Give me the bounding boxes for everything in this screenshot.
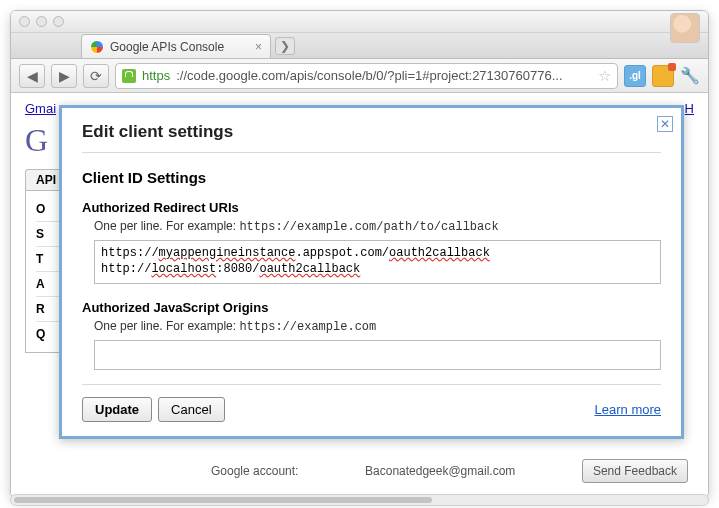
- modal-overlay: ✕ Edit client settings Client ID Setting…: [11, 93, 708, 497]
- url-scheme: https: [142, 68, 170, 83]
- google-favicon-icon: [90, 40, 104, 54]
- redirect-uris-textarea[interactable]: https://myappengineinstance.appspot.com/…: [94, 240, 661, 284]
- reload-button[interactable]: ⟳: [83, 64, 109, 88]
- zoom-window-button[interactable]: [53, 16, 64, 27]
- page-viewport: Gmai H G API O S T A R Q Google account:…: [11, 93, 708, 497]
- edit-client-settings-dialog: ✕ Edit client settings Client ID Setting…: [59, 105, 684, 439]
- dialog-title: Edit client settings: [82, 122, 661, 152]
- forward-button[interactable]: ▶: [51, 64, 77, 88]
- wrench-menu-icon[interactable]: 🔧: [680, 66, 700, 85]
- new-tab-button[interactable]: ❯: [275, 37, 295, 55]
- minimize-window-button[interactable]: [36, 16, 47, 27]
- dialog-actions: Update Cancel Learn more: [82, 384, 661, 422]
- window-titlebar: [11, 11, 708, 33]
- hint-example: https://example.com: [239, 320, 376, 334]
- bookmark-star-icon[interactable]: ☆: [598, 67, 611, 85]
- scrollbar-thumb[interactable]: [14, 497, 432, 503]
- redirect-uris-hint: One per line. For example: https://examp…: [94, 219, 661, 234]
- section-client-id-settings: Client ID Settings: [82, 169, 661, 186]
- browser-toolbar: ◀ ▶ ⟳ https://code.google.com/apis/conso…: [11, 59, 708, 93]
- browser-window: Google APIs Console × ❯ ◀ ▶ ⟳ https://co…: [10, 10, 709, 498]
- extension-notify-button[interactable]: [652, 65, 674, 87]
- hint-prefix: One per line. For example:: [94, 319, 239, 333]
- close-tab-icon[interactable]: ×: [255, 40, 262, 54]
- close-dialog-button[interactable]: ✕: [657, 116, 673, 132]
- horizontal-scrollbar[interactable]: [10, 494, 709, 506]
- url-rest: ://code.google.com/apis/console/b/0/?pli…: [176, 68, 562, 83]
- update-button[interactable]: Update: [82, 397, 152, 422]
- hint-prefix: One per line. For example:: [94, 219, 239, 233]
- browser-tab[interactable]: Google APIs Console ×: [81, 34, 271, 58]
- hint-example: https://example.com/path/to/callback: [239, 220, 498, 234]
- notification-badge-icon: [668, 63, 676, 71]
- close-window-button[interactable]: [19, 16, 30, 27]
- extension-googl-button[interactable]: .gl: [624, 65, 646, 87]
- traffic-lights: [19, 16, 64, 27]
- address-bar[interactable]: https://code.google.com/apis/console/b/0…: [115, 63, 618, 89]
- learn-more-link[interactable]: Learn more: [595, 402, 661, 417]
- js-origins-label: Authorized JavaScript Origins: [82, 300, 661, 315]
- cancel-button[interactable]: Cancel: [158, 397, 224, 422]
- js-origins-hint: One per line. For example: https://examp…: [94, 319, 661, 334]
- lock-icon: [122, 69, 136, 83]
- back-button[interactable]: ◀: [19, 64, 45, 88]
- profile-avatar-icon[interactable]: [670, 13, 700, 43]
- tab-title: Google APIs Console: [110, 40, 224, 54]
- redirect-uris-label: Authorized Redirect URIs: [82, 200, 661, 215]
- tab-bar: Google APIs Console × ❯: [11, 33, 708, 59]
- divider: [82, 152, 661, 153]
- js-origins-textarea[interactable]: [94, 340, 661, 370]
- extension-label: .gl: [629, 70, 641, 81]
